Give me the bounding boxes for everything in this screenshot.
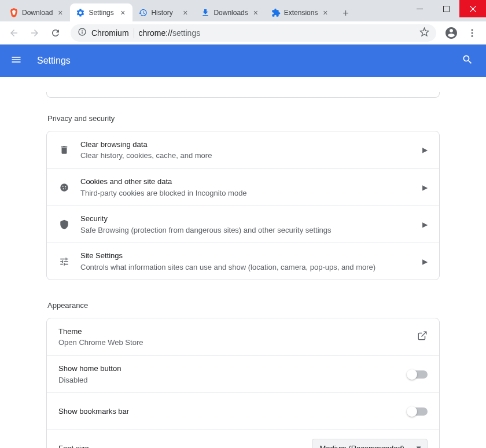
row-title: Cookies and other site data [80, 176, 412, 188]
row-title: Clear browsing data [80, 139, 412, 150]
row-theme[interactable]: Theme Open Chrome Web Store [47, 318, 439, 355]
chevron-right-icon: ▶ [422, 221, 428, 229]
row-cookies[interactable]: Cookies and other site data Third-party … [47, 168, 439, 205]
external-link-icon [417, 331, 428, 343]
site-label: Chromium [91, 28, 129, 38]
brave-icon [9, 8, 19, 17]
tab-label: Extensions [284, 9, 318, 17]
section-title-appearance: Appearance [46, 301, 440, 310]
card-partial [46, 92, 440, 98]
row-sub: Safe Browsing (protection from dangerous… [80, 225, 412, 236]
close-icon[interactable]: × [56, 9, 64, 17]
row-title: Site Settings [80, 250, 412, 262]
tab-label: Downloads [213, 9, 248, 17]
window-minimize-button[interactable] [406, 0, 433, 17]
row-bookmarks-bar: Show bookmarks bar [47, 392, 439, 429]
tab-settings[interactable]: Settings × [70, 3, 132, 21]
svg-rect-0 [417, 9, 423, 9]
close-icon[interactable]: × [321, 9, 329, 17]
forward-button[interactable] [25, 24, 44, 42]
section-title-privacy: Privacy and security [46, 114, 440, 123]
row-sub: Open Chrome Web Store [58, 337, 407, 348]
row-site-settings[interactable]: Site Settings Controls what information … [47, 243, 439, 280]
reload-button[interactable] [46, 24, 65, 42]
svg-rect-4 [82, 31, 82, 34]
row-sub: Third-party cookies are blocked in Incog… [80, 188, 412, 199]
row-title: Show home button [58, 363, 397, 374]
svg-point-9 [62, 185, 64, 186]
history-icon [138, 8, 148, 17]
tab-downloads[interactable]: Downloads × [195, 3, 265, 21]
svg-point-8 [60, 183, 68, 192]
row-title: Show bookmarks bar [58, 406, 397, 417]
gear-icon [76, 8, 85, 17]
tab-download[interactable]: Download × [3, 3, 70, 21]
chevron-right-icon: ▶ [422, 183, 428, 192]
window-close-button[interactable] [459, 0, 486, 17]
puzzle-icon [271, 8, 281, 17]
svg-point-10 [65, 186, 66, 187]
svg-rect-1 [443, 6, 449, 12]
tab-history[interactable]: History × [132, 3, 195, 21]
svg-point-12 [65, 188, 67, 189]
cookie-icon [58, 182, 70, 193]
row-title: Security [80, 213, 412, 225]
row-home-button: Show home button Disabled [47, 355, 439, 392]
bookmarks-toggle[interactable] [408, 407, 428, 416]
tab-label: Settings [89, 9, 115, 17]
site-info-icon[interactable] [78, 27, 87, 38]
row-title: Font size [58, 443, 301, 448]
search-icon[interactable] [462, 54, 476, 68]
bookmark-star-icon[interactable] [419, 27, 429, 39]
row-font-size: Font size Medium (Recommended) ▼ [47, 429, 439, 448]
chevron-right-icon: ▶ [422, 146, 428, 154]
svg-point-6 [472, 32, 473, 34]
chevron-right-icon: ▶ [422, 258, 428, 266]
tune-icon [58, 256, 70, 267]
back-button[interactable] [5, 24, 23, 42]
settings-content[interactable]: Privacy and security Clear browsing data… [0, 77, 486, 448]
svg-point-3 [82, 30, 83, 31]
row-clear-browsing-data[interactable]: Clear browsing data Clear history, cooki… [47, 131, 439, 168]
menu-icon[interactable] [10, 54, 24, 68]
toolbar: Chromium chrome://settings [0, 21, 486, 45]
trash-icon [58, 144, 70, 156]
appearance-card: Theme Open Chrome Web Store Show home bu… [46, 318, 440, 448]
home-button-toggle[interactable] [408, 370, 428, 379]
page-title: Settings [37, 56, 462, 66]
row-sub: Controls what information sites can use … [80, 262, 412, 273]
dropdown-value: Medium (Recommended) [319, 444, 404, 448]
shield-icon [58, 219, 70, 230]
tab-label: History [151, 9, 178, 17]
close-icon[interactable]: × [119, 9, 127, 17]
chevron-down-icon: ▼ [415, 444, 422, 448]
row-sub: Clear history, cookies, cache, and more [80, 150, 412, 161]
window-maximize-button[interactable] [433, 0, 459, 17]
svg-point-11 [63, 188, 64, 189]
privacy-card: Clear browsing data Clear history, cooki… [46, 131, 440, 280]
close-icon[interactable]: × [181, 9, 189, 17]
address-bar[interactable]: Chromium chrome://settings [71, 24, 436, 42]
url-text: chrome://settings [139, 28, 415, 38]
settings-header: Settings [0, 45, 486, 77]
svg-line-13 [422, 332, 426, 336]
font-size-dropdown[interactable]: Medium (Recommended) ▼ [312, 439, 428, 449]
row-title: Theme [58, 326, 407, 337]
new-tab-button[interactable]: + [337, 5, 354, 21]
svg-point-7 [472, 35, 473, 36]
tab-label: Download [22, 9, 53, 17]
row-sub: Disabled [58, 374, 397, 386]
tab-extensions[interactable]: Extensions × [266, 3, 336, 21]
svg-point-5 [472, 29, 473, 31]
download-icon [201, 8, 210, 17]
close-icon[interactable]: × [252, 9, 260, 17]
row-security[interactable]: Security Safe Browsing (protection from … [47, 205, 439, 243]
profile-button[interactable] [442, 24, 461, 42]
divider [134, 28, 134, 38]
menu-button[interactable] [463, 24, 481, 42]
